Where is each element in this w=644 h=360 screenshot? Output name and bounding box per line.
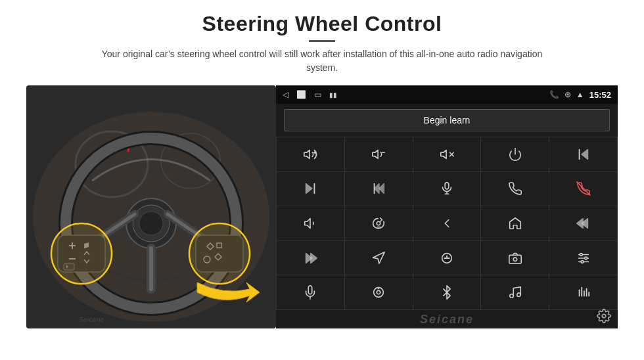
title-divider: [309, 40, 335, 42]
bluetooth-button[interactable]: [413, 275, 481, 309]
knob-button[interactable]: [345, 275, 413, 309]
svg-point-51: [584, 257, 587, 259]
camera-button[interactable]: [481, 241, 549, 275]
svg-marker-43: [373, 252, 384, 263]
begin-learn-button[interactable]: Begin learn: [284, 109, 610, 131]
phone-answer-button[interactable]: [481, 172, 549, 206]
svg-point-17: [189, 223, 250, 284]
svg-point-53: [581, 260, 584, 263]
svg-marker-40: [577, 219, 583, 229]
content-row: Seicane ◁ ⬜ ▭ ▮▮ 📞 ⊕ ▲ 15:52: [26, 85, 618, 328]
phone-status-icon: 📞: [549, 90, 559, 99]
svg-point-16: [51, 223, 112, 284]
svg-point-56: [377, 290, 380, 294]
recent-apps-icon[interactable]: ▭: [314, 90, 321, 99]
svg-point-8: [139, 212, 163, 235]
icon-grid: 360°: [276, 137, 618, 310]
svg-marker-19: [304, 150, 310, 158]
svg-point-47: [513, 258, 517, 261]
android-panel: ◁ ⬜ ▭ ▮▮ 📞 ⊕ ▲ 15:52 Begin learn: [276, 85, 618, 328]
svg-rect-33: [445, 183, 449, 189]
fast-forward-button[interactable]: [345, 172, 413, 206]
360-cam-button[interactable]: 360°: [345, 206, 413, 240]
prev-track-button[interactable]: [549, 137, 617, 171]
status-bar: ◁ ⬜ ▭ ▮▮ 📞 ⊕ ▲ 15:52: [276, 85, 618, 104]
phone-hangup-button[interactable]: [549, 172, 617, 206]
status-left: ◁ ⬜ ▭ ▮▮: [283, 90, 337, 99]
gear-icon[interactable]: [597, 309, 611, 326]
wifi-icon: ▲: [576, 90, 584, 99]
svg-point-58: [510, 294, 514, 298]
watermark-text: Seicane: [420, 313, 474, 326]
title-section: Steering Wheel Control Your original car…: [99, 12, 545, 75]
svg-text:360°: 360°: [377, 226, 382, 229]
page-title: Steering Wheel Control: [99, 12, 545, 36]
svg-point-65: [602, 314, 606, 318]
back-arrow-icon[interactable]: ◁: [283, 90, 288, 99]
battery-signal-icon: ▮▮: [329, 91, 337, 99]
svg-rect-46: [509, 255, 521, 263]
vol-down-button[interactable]: [345, 137, 413, 171]
eq-settings-button[interactable]: [549, 241, 617, 275]
svg-text:Seicane: Seicane: [79, 316, 104, 323]
navigation-button[interactable]: [345, 241, 413, 275]
svg-point-59: [517, 293, 521, 297]
voice-button[interactable]: [277, 275, 344, 309]
svg-marker-30: [306, 184, 312, 194]
svg-marker-28: [582, 149, 587, 159]
home-nav-button[interactable]: [481, 206, 549, 240]
svg-marker-24: [441, 150, 446, 158]
svg-marker-22: [373, 150, 378, 158]
vol-mute-button[interactable]: [413, 137, 481, 171]
eq-bars-button[interactable]: [549, 275, 617, 309]
svg-point-49: [580, 253, 582, 256]
skip-back-button[interactable]: [549, 206, 617, 240]
svg-marker-42: [311, 253, 317, 263]
steering-wheel-panel: Seicane: [26, 85, 276, 328]
back-nav-button[interactable]: [413, 206, 481, 240]
eject-button[interactable]: [413, 241, 481, 275]
steering-wheel-svg: Seicane: [26, 85, 276, 328]
home-circle-icon[interactable]: ⬜: [296, 90, 306, 99]
skip-fwd-button[interactable]: [277, 241, 344, 275]
music-button[interactable]: [481, 275, 549, 309]
power-button[interactable]: [481, 137, 549, 171]
begin-learn-row: Begin learn: [276, 104, 618, 137]
status-time: 15:52: [589, 90, 611, 100]
status-right: 📞 ⊕ ▲ 15:52: [549, 90, 611, 100]
horn-button[interactable]: [277, 206, 344, 240]
subtitle: Your original car’s steering wheel contr…: [99, 47, 545, 75]
next-track-button[interactable]: [277, 172, 344, 206]
page-container: Steering Wheel Control Your original car…: [0, 0, 644, 360]
svg-point-37: [377, 221, 380, 225]
mic-button[interactable]: [413, 172, 481, 206]
watermark-bar: Seicane: [276, 310, 618, 328]
vol-up-button[interactable]: [277, 137, 344, 171]
location-icon: ⊕: [564, 90, 571, 99]
